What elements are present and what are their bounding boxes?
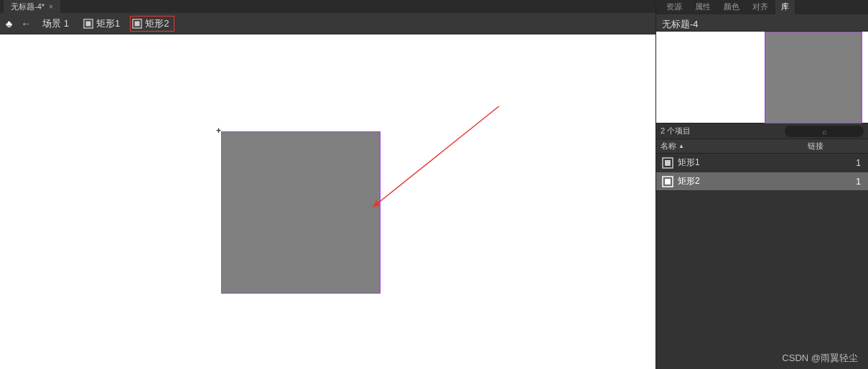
- library-item-selected[interactable]: 矩形2 1: [656, 172, 868, 191]
- scene-label: 场景 1: [42, 17, 69, 30]
- symbol-icon: [83, 19, 93, 29]
- breadcrumb-rect1[interactable]: 矩形1: [80, 16, 123, 32]
- tab-library[interactable]: 库: [775, 0, 795, 14]
- rect2-label: 矩形2: [145, 17, 169, 30]
- rect1-label: 矩形1: [96, 17, 120, 30]
- tab-resources[interactable]: 资源: [661, 0, 688, 14]
- app-logo-icon[interactable]: ♣: [6, 18, 12, 29]
- right-panel: 资源 属性 颜色 对齐 库 无标题-4 2 个项目 ⌕ 名称 ▲ 链接 矩形1 …: [655, 0, 868, 369]
- symbol-icon: [662, 157, 673, 169]
- svg-rect-1: [86, 21, 91, 26]
- document-tab[interactable]: 无标题-4* ×: [4, 0, 60, 14]
- back-arrow-icon[interactable]: ←: [21, 18, 31, 29]
- preview-shape: [765, 32, 862, 123]
- tab-properties[interactable]: 属性: [689, 0, 717, 14]
- tab-color[interactable]: 颜色: [718, 0, 745, 14]
- svg-rect-6: [665, 160, 671, 166]
- breadcrumb-rect2-highlighted[interactable]: 矩形2: [130, 16, 174, 32]
- library-columns-header: 名称 ▲ 链接: [656, 139, 868, 154]
- library-item-list: 矩形1 1 矩形2 1: [656, 154, 868, 191]
- rectangle-shape[interactable]: [221, 131, 381, 294]
- symbol-icon: [662, 176, 673, 187]
- col-link-header[interactable]: 链接: [808, 141, 851, 151]
- symbol-icon: [132, 19, 142, 29]
- search-icon: ⌕: [822, 127, 827, 136]
- item-count: 1: [846, 177, 868, 187]
- stage-canvas[interactable]: +: [0, 34, 655, 369]
- library-search-input[interactable]: ⌕: [785, 126, 864, 137]
- item-name: 矩形1: [678, 157, 846, 169]
- panel-tab-bar: 资源 属性 颜色 对齐 库: [656, 0, 868, 14]
- svg-rect-3: [135, 21, 140, 26]
- tab-align[interactable]: 对齐: [747, 0, 774, 14]
- item-name: 矩形2: [678, 175, 846, 187]
- item-count-label: 2 个项目: [661, 126, 691, 136]
- sort-asc-icon: ▲: [678, 143, 684, 149]
- watermark-text: CSDN @雨翼轻尘: [782, 352, 858, 365]
- registration-point-icon: +: [216, 126, 221, 136]
- document-tab-title: 无标题-4*: [11, 1, 45, 12]
- library-item[interactable]: 矩形1 1: [656, 154, 868, 172]
- col-name-header[interactable]: 名称 ▲: [656, 141, 808, 151]
- svg-rect-8: [665, 179, 671, 184]
- breadcrumb-scene[interactable]: 场景 1: [39, 16, 72, 32]
- close-icon[interactable]: ×: [49, 3, 53, 11]
- library-info-bar: 2 个项目 ⌕: [656, 123, 868, 139]
- item-count: 1: [846, 158, 868, 168]
- library-preview: [656, 32, 868, 123]
- library-document-title[interactable]: 无标题-4: [656, 14, 868, 32]
